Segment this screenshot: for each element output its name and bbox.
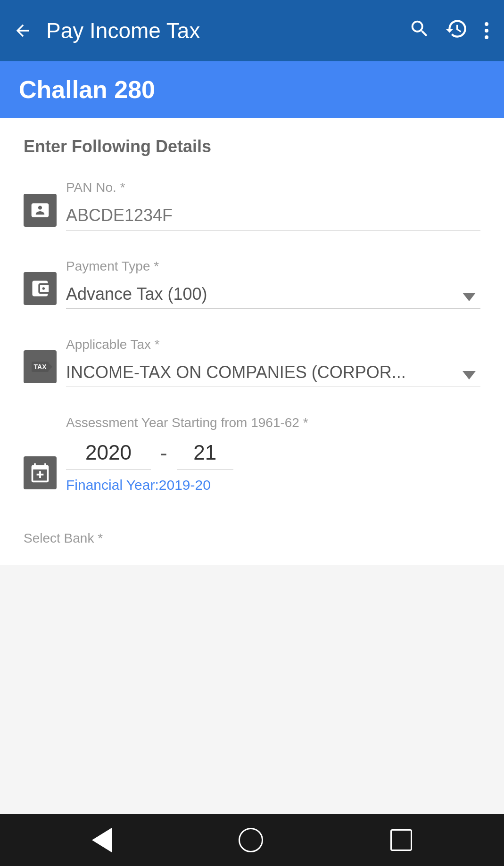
applicable-tax-icon: TAX: [24, 350, 57, 383]
assessment-year-field-content: Assessment Year Starting from 1961-62 * …: [66, 415, 480, 493]
page-title: Pay Income Tax: [46, 18, 399, 43]
assessment-year-separator: -: [160, 441, 167, 465]
form-section-title: Enter Following Details: [24, 137, 480, 157]
financial-year-text: Financial Year:2019-20: [66, 477, 480, 493]
main-content: Challan 280 Enter Following Details PAN …: [0, 61, 504, 814]
more-options-button[interactable]: [482, 20, 491, 41]
assessment-year-row: -: [66, 436, 480, 470]
tax-tag-label: TAX: [32, 362, 49, 372]
challan-title: Challan 280: [19, 75, 485, 104]
payment-type-select[interactable]: Advance Tax (100): [66, 280, 480, 309]
payment-type-field-group: Payment Type * Advance Tax (100): [24, 259, 480, 309]
pan-field-group: PAN No. *: [24, 180, 480, 231]
applicable-tax-field-group: TAX Applicable Tax * INCOME-TAX ON COMPA…: [24, 337, 480, 387]
select-bank-label: Select Bank *: [24, 531, 103, 545]
nav-recent-square-icon: [390, 829, 412, 851]
nav-home-button[interactable]: [239, 828, 263, 852]
applicable-tax-select-wrapper: INCOME-TAX ON COMPANIES (CORPOR...: [66, 358, 480, 387]
app-bar-actions: [409, 17, 491, 45]
pan-input[interactable]: [66, 201, 480, 231]
assessment-year-input[interactable]: [66, 436, 151, 470]
assessment-year-suffix-input[interactable]: [177, 436, 233, 470]
applicable-tax-field-content: Applicable Tax * INCOME-TAX ON COMPANIES…: [66, 337, 480, 387]
search-icon[interactable]: [409, 18, 430, 44]
assessment-year-label: Assessment Year Starting from 1961-62 *: [66, 415, 480, 430]
bottom-nav: [0, 814, 504, 866]
nav-recent-button[interactable]: [390, 829, 412, 851]
calendar-icon: [24, 456, 57, 489]
payment-type-field-content: Payment Type * Advance Tax (100): [66, 259, 480, 309]
nav-back-button[interactable]: [92, 828, 112, 852]
applicable-tax-label: Applicable Tax *: [66, 337, 480, 352]
nav-back-triangle-icon: [92, 828, 112, 852]
pan-field-content: PAN No. *: [66, 180, 480, 231]
form-container: Enter Following Details PAN No. * Paymen…: [0, 118, 504, 565]
pan-label: PAN No. *: [66, 180, 480, 195]
nav-home-circle-icon: [239, 828, 263, 852]
payment-type-icon: [24, 272, 57, 305]
history-icon[interactable]: [445, 17, 468, 45]
applicable-tax-select[interactable]: INCOME-TAX ON COMPANIES (CORPOR...: [66, 358, 480, 387]
app-bar: Pay Income Tax: [0, 0, 504, 61]
payment-type-select-wrapper: Advance Tax (100): [66, 280, 480, 309]
back-button[interactable]: [13, 21, 32, 40]
pan-icon: [24, 194, 57, 227]
select-bank-section: Select Bank *: [24, 521, 480, 546]
payment-type-label: Payment Type *: [66, 259, 480, 274]
challan-banner: Challan 280: [0, 61, 504, 118]
assessment-year-field-group: Assessment Year Starting from 1961-62 * …: [24, 415, 480, 493]
